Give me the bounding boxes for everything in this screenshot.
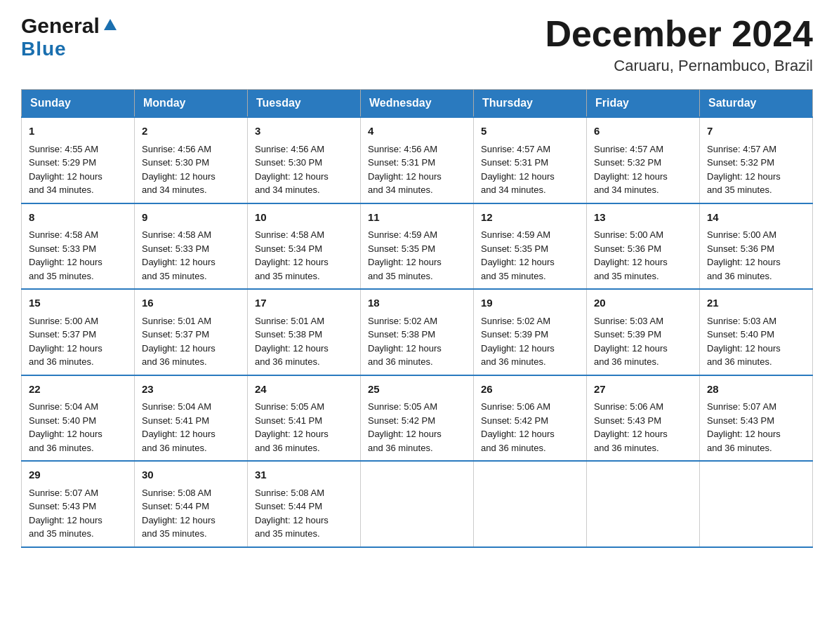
day-info: Sunrise: 4:56 AM Sunset: 5:30 PM Dayligh… — [255, 142, 353, 197]
day-info: Sunrise: 4:59 AM Sunset: 5:35 PM Dayligh… — [481, 228, 579, 283]
day-info: Sunrise: 5:00 AM Sunset: 5:36 PM Dayligh… — [707, 228, 805, 283]
calendar-cell: 17Sunrise: 5:01 AM Sunset: 5:38 PM Dayli… — [248, 289, 361, 375]
day-number: 22 — [29, 382, 127, 398]
day-info: Sunrise: 5:07 AM Sunset: 5:43 PM Dayligh… — [29, 486, 127, 541]
day-info: Sunrise: 4:57 AM Sunset: 5:32 PM Dayligh… — [594, 142, 692, 197]
day-number: 13 — [594, 210, 692, 226]
day-info: Sunrise: 5:06 AM Sunset: 5:42 PM Dayligh… — [481, 400, 579, 455]
calendar-table: SundayMondayTuesdayWednesdayThursdayFrid… — [21, 89, 813, 548]
day-number: 31 — [255, 467, 353, 483]
day-number: 10 — [255, 210, 353, 226]
day-info: Sunrise: 4:58 AM Sunset: 5:33 PM Dayligh… — [142, 228, 240, 283]
svg-marker-0 — [104, 19, 117, 30]
day-number: 3 — [255, 123, 353, 140]
day-number: 24 — [255, 382, 353, 398]
calendar-cell: 13Sunrise: 5:00 AM Sunset: 5:36 PM Dayli… — [587, 203, 700, 290]
day-info: Sunrise: 5:00 AM Sunset: 5:36 PM Dayligh… — [594, 228, 692, 283]
calendar-week-row: 8Sunrise: 4:58 AM Sunset: 5:33 PM Daylig… — [22, 203, 813, 290]
day-number: 20 — [594, 295, 692, 311]
calendar-cell: 18Sunrise: 5:02 AM Sunset: 5:38 PM Dayli… — [361, 289, 474, 375]
page-title: December 2024 — [545, 14, 813, 54]
page-header: General Blue December 2024 Caruaru, Pern… — [21, 14, 813, 75]
calendar-week-row: 22Sunrise: 5:04 AM Sunset: 5:40 PM Dayli… — [22, 375, 813, 462]
day-info: Sunrise: 5:07 AM Sunset: 5:43 PM Dayligh… — [707, 400, 805, 455]
day-info: Sunrise: 4:56 AM Sunset: 5:30 PM Dayligh… — [142, 142, 240, 197]
calendar-cell: 31Sunrise: 5:08 AM Sunset: 5:44 PM Dayli… — [248, 461, 361, 547]
calendar-cell: 30Sunrise: 5:08 AM Sunset: 5:44 PM Dayli… — [135, 461, 248, 547]
day-number: 28 — [707, 382, 805, 398]
day-number: 23 — [142, 382, 240, 398]
day-info: Sunrise: 5:01 AM Sunset: 5:37 PM Dayligh… — [142, 314, 240, 369]
day-info: Sunrise: 5:03 AM Sunset: 5:39 PM Dayligh… — [594, 314, 692, 369]
calendar-cell: 29Sunrise: 5:07 AM Sunset: 5:43 PM Dayli… — [22, 461, 135, 547]
day-number: 9 — [142, 210, 240, 226]
day-number: 5 — [481, 123, 579, 140]
day-number: 26 — [481, 382, 579, 398]
title-block: December 2024 Caruaru, Pernambuco, Brazi… — [545, 14, 813, 75]
day-number: 30 — [142, 467, 240, 483]
calendar-cell: 20Sunrise: 5:03 AM Sunset: 5:39 PM Dayli… — [587, 289, 700, 375]
calendar-cell: 9Sunrise: 4:58 AM Sunset: 5:33 PM Daylig… — [135, 203, 248, 290]
calendar-cell: 22Sunrise: 5:04 AM Sunset: 5:40 PM Dayli… — [22, 375, 135, 462]
day-number: 18 — [368, 295, 466, 311]
calendar-cell: 19Sunrise: 5:02 AM Sunset: 5:39 PM Dayli… — [474, 289, 587, 375]
day-number: 1 — [29, 123, 127, 140]
day-info: Sunrise: 5:04 AM Sunset: 5:40 PM Dayligh… — [29, 400, 127, 455]
day-number: 27 — [594, 382, 692, 398]
calendar-cell: 24Sunrise: 5:05 AM Sunset: 5:41 PM Dayli… — [248, 375, 361, 462]
column-header-monday: Monday — [135, 90, 248, 118]
day-number: 21 — [707, 295, 805, 311]
day-number: 15 — [29, 295, 127, 311]
calendar-cell: 26Sunrise: 5:06 AM Sunset: 5:42 PM Dayli… — [474, 375, 587, 462]
column-header-friday: Friday — [587, 90, 700, 118]
day-info: Sunrise: 5:06 AM Sunset: 5:43 PM Dayligh… — [594, 400, 692, 455]
day-number: 2 — [142, 123, 240, 140]
column-header-thursday: Thursday — [474, 90, 587, 118]
calendar-cell — [474, 461, 587, 547]
day-number: 25 — [368, 382, 466, 398]
calendar-cell: 6Sunrise: 4:57 AM Sunset: 5:32 PM Daylig… — [587, 117, 700, 203]
day-info: Sunrise: 5:04 AM Sunset: 5:41 PM Dayligh… — [142, 400, 240, 455]
day-info: Sunrise: 5:00 AM Sunset: 5:37 PM Dayligh… — [29, 314, 127, 369]
day-info: Sunrise: 5:02 AM Sunset: 5:38 PM Dayligh… — [368, 314, 466, 369]
calendar-cell: 15Sunrise: 5:00 AM Sunset: 5:37 PM Dayli… — [22, 289, 135, 375]
day-info: Sunrise: 5:05 AM Sunset: 5:41 PM Dayligh… — [255, 400, 353, 455]
calendar-cell: 5Sunrise: 4:57 AM Sunset: 5:31 PM Daylig… — [474, 117, 587, 203]
page-subtitle: Caruaru, Pernambuco, Brazil — [545, 57, 813, 75]
calendar-header-row: SundayMondayTuesdayWednesdayThursdayFrid… — [22, 90, 813, 118]
calendar-cell: 21Sunrise: 5:03 AM Sunset: 5:40 PM Dayli… — [700, 289, 813, 375]
calendar-cell — [700, 461, 813, 547]
calendar-cell: 3Sunrise: 4:56 AM Sunset: 5:30 PM Daylig… — [248, 117, 361, 203]
day-info: Sunrise: 5:08 AM Sunset: 5:44 PM Dayligh… — [255, 486, 353, 541]
calendar-cell — [587, 461, 700, 547]
logo-general: General — [21, 14, 100, 38]
day-number: 29 — [29, 467, 127, 483]
calendar-cell — [361, 461, 474, 547]
day-info: Sunrise: 4:59 AM Sunset: 5:35 PM Dayligh… — [368, 228, 466, 283]
day-number: 7 — [707, 123, 805, 140]
column-header-tuesday: Tuesday — [248, 90, 361, 118]
day-info: Sunrise: 4:55 AM Sunset: 5:29 PM Dayligh… — [29, 142, 127, 197]
calendar-week-row: 29Sunrise: 5:07 AM Sunset: 5:43 PM Dayli… — [22, 461, 813, 547]
day-number: 14 — [707, 210, 805, 226]
day-info: Sunrise: 4:58 AM Sunset: 5:34 PM Dayligh… — [255, 228, 353, 283]
day-info: Sunrise: 4:57 AM Sunset: 5:31 PM Dayligh… — [481, 142, 579, 197]
calendar-cell: 16Sunrise: 5:01 AM Sunset: 5:37 PM Dayli… — [135, 289, 248, 375]
day-number: 17 — [255, 295, 353, 311]
day-info: Sunrise: 5:01 AM Sunset: 5:38 PM Dayligh… — [255, 314, 353, 369]
day-info: Sunrise: 5:08 AM Sunset: 5:44 PM Dayligh… — [142, 486, 240, 541]
day-number: 11 — [368, 210, 466, 226]
column-header-sunday: Sunday — [22, 90, 135, 118]
calendar-cell: 4Sunrise: 4:56 AM Sunset: 5:31 PM Daylig… — [361, 117, 474, 203]
logo-triangle-icon — [101, 15, 119, 33]
calendar-cell: 10Sunrise: 4:58 AM Sunset: 5:34 PM Dayli… — [248, 203, 361, 290]
day-number: 16 — [142, 295, 240, 311]
calendar-cell: 23Sunrise: 5:04 AM Sunset: 5:41 PM Dayli… — [135, 375, 248, 462]
calendar-cell: 1Sunrise: 4:55 AM Sunset: 5:29 PM Daylig… — [22, 117, 135, 203]
day-number: 6 — [594, 123, 692, 140]
day-info: Sunrise: 4:56 AM Sunset: 5:31 PM Dayligh… — [368, 142, 466, 197]
calendar-cell: 27Sunrise: 5:06 AM Sunset: 5:43 PM Dayli… — [587, 375, 700, 462]
calendar-cell: 14Sunrise: 5:00 AM Sunset: 5:36 PM Dayli… — [700, 203, 813, 290]
calendar-cell: 2Sunrise: 4:56 AM Sunset: 5:30 PM Daylig… — [135, 117, 248, 203]
day-number: 4 — [368, 123, 466, 140]
